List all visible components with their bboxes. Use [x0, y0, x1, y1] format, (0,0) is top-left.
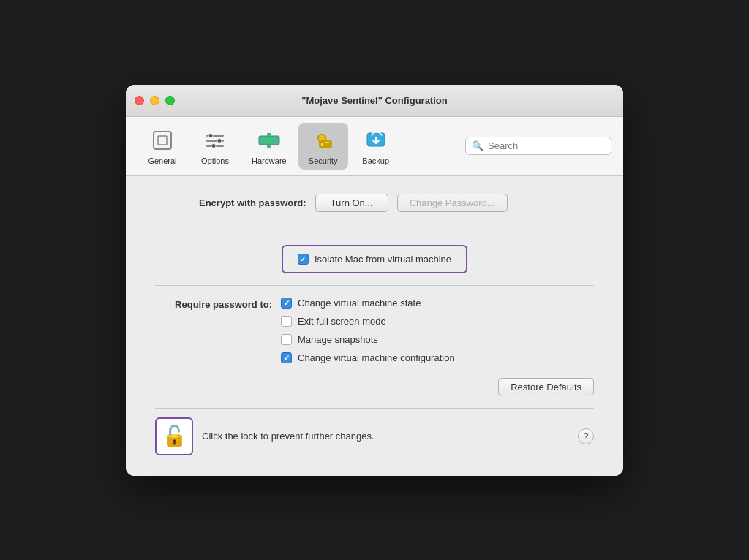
options-icon	[202, 127, 228, 154]
svg-rect-13	[267, 133, 271, 136]
encrypt-label: Encrypt with password:	[199, 197, 306, 208]
checkbox-row-manage-snapshots: Manage snapshots	[281, 334, 455, 345]
isolate-box: Isolate Mac from virtual machine	[282, 245, 467, 273]
security-icon	[310, 127, 336, 154]
change-password-button[interactable]: Change Password...	[397, 194, 508, 212]
checkbox-label-change-vm-config: Change virtual machine configuration	[298, 352, 455, 363]
search-box[interactable]: 🔍	[465, 137, 611, 155]
checkbox-label-exit-fullscreen: Exit full screen mode	[298, 316, 386, 327]
svg-rect-9	[260, 137, 263, 143]
toolbar-security-label: Security	[309, 156, 338, 165]
toolbar-item-security[interactable]: Security	[298, 123, 348, 170]
checkboxes-list: Change virtual machine state Exit full s…	[281, 298, 455, 363]
isolate-label: Isolate Mac from virtual machine	[315, 254, 451, 265]
svg-rect-1	[158, 136, 167, 145]
svg-point-16	[320, 136, 324, 140]
toolbar-items: General Options	[138, 123, 462, 170]
svg-point-6	[217, 138, 222, 143]
svg-rect-19	[325, 142, 329, 143]
titlebar: "Mojave Sentinel" Configuration	[126, 85, 623, 117]
toolbar-item-backup[interactable]: Backup	[351, 123, 401, 170]
isolate-section: Isolate Mac from virtual machine	[155, 236, 594, 286]
maximize-button[interactable]	[165, 96, 175, 105]
svg-rect-10	[265, 137, 268, 143]
checkbox-row-change-vm-state: Change virtual machine state	[281, 298, 455, 309]
checkbox-label-change-vm-state: Change virtual machine state	[298, 298, 421, 309]
svg-rect-17	[319, 140, 332, 148]
require-section: Require password to: Change virtual mach…	[155, 298, 594, 363]
minimize-button[interactable]	[150, 96, 159, 105]
checkbox-label-manage-snapshots: Manage snapshots	[298, 334, 378, 345]
close-button[interactable]	[135, 96, 144, 105]
svg-rect-14	[267, 145, 271, 148]
content-area: Encrypt with password: Turn On... Change…	[126, 176, 623, 476]
toolbar-options-label: Options	[201, 156, 229, 165]
lock-icon-box[interactable]: 🔓	[155, 417, 193, 455]
checkbox-manage-snapshots[interactable]	[281, 334, 292, 345]
checkbox-change-vm-config[interactable]	[281, 352, 292, 363]
require-row: Require password to: Change virtual mach…	[155, 298, 594, 363]
checkbox-row-exit-fullscreen: Exit full screen mode	[281, 316, 455, 327]
window-title: "Mojave Sentinel" Configuration	[301, 95, 447, 106]
main-window: "Mojave Sentinel" Configuration General	[126, 85, 623, 476]
toolbar-backup-label: Backup	[362, 156, 389, 165]
help-button[interactable]: ?	[578, 428, 594, 444]
checkbox-change-vm-state[interactable]	[281, 298, 292, 309]
encrypt-row: Encrypt with password: Turn On... Change…	[155, 194, 594, 224]
lock-bar: 🔓 Click the lock to prevent further chan…	[155, 409, 594, 458]
toolbar-hardware-label: Hardware	[252, 156, 287, 165]
toolbar-general-label: General	[148, 156, 176, 165]
require-label: Require password to:	[155, 298, 272, 310]
toolbar-item-general[interactable]: General	[138, 123, 187, 170]
search-icon: 🔍	[472, 140, 483, 151]
lock-icon: 🔓	[162, 424, 187, 448]
search-container: 🔍	[465, 137, 611, 155]
checkbox-exit-fullscreen[interactable]	[281, 316, 292, 327]
hardware-icon	[256, 127, 282, 154]
general-icon	[149, 127, 176, 154]
svg-rect-0	[154, 132, 171, 149]
lock-text: Click the lock to prevent further change…	[202, 431, 569, 442]
svg-point-7	[211, 143, 216, 148]
backup-icon	[363, 127, 389, 154]
search-input[interactable]	[488, 140, 605, 151]
toolbar-item-options[interactable]: Options	[190, 123, 240, 170]
svg-point-5	[208, 133, 213, 137]
restore-row: Restore Defaults	[155, 378, 594, 409]
restore-defaults-button[interactable]: Restore Defaults	[498, 378, 594, 396]
turn-on-button[interactable]: Turn On...	[315, 194, 388, 212]
checkbox-row-change-vm-config: Change virtual machine configuration	[281, 352, 455, 363]
isolate-checkbox[interactable]	[298, 254, 309, 265]
svg-rect-11	[269, 137, 272, 143]
toolbar: General Options	[126, 117, 623, 176]
window-controls	[135, 96, 175, 105]
svg-rect-12	[274, 137, 276, 143]
toolbar-item-hardware[interactable]: Hardware	[243, 123, 296, 170]
svg-rect-18	[321, 143, 323, 146]
